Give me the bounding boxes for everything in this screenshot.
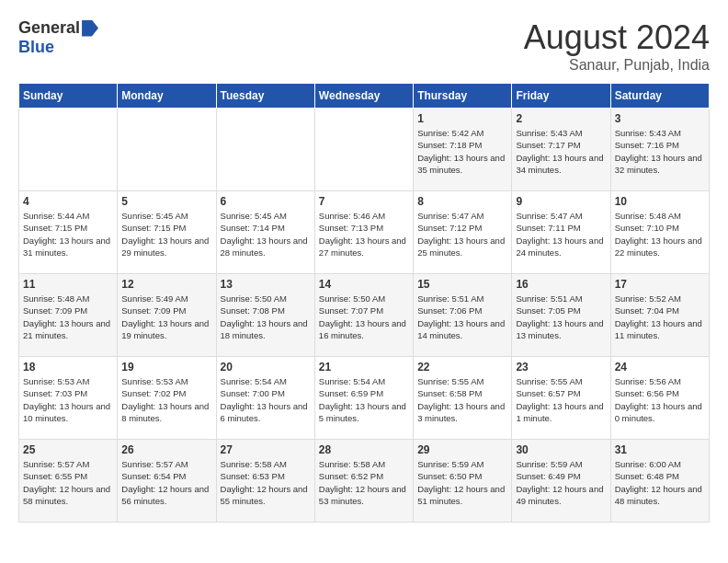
calendar-cell: 1Sunrise: 5:42 AM Sunset: 7:18 PM Daylig… <box>414 109 512 191</box>
day-number: 13 <box>221 278 311 291</box>
calendar-cell: 17Sunrise: 5:52 AM Sunset: 7:04 PM Dayli… <box>610 274 709 357</box>
month-year-title: August 2024 <box>524 18 710 57</box>
day-info: Sunrise: 5:47 AM Sunset: 7:11 PM Dayligh… <box>516 210 606 259</box>
calendar-cell: 8Sunrise: 5:47 AM Sunset: 7:12 PM Daylig… <box>414 191 512 274</box>
location-subtitle: Sanaur, Punjab, India <box>524 57 710 74</box>
calendar-cell: 12Sunrise: 5:49 AM Sunset: 7:09 PM Dayli… <box>118 274 216 357</box>
day-number: 6 <box>221 195 311 208</box>
day-number: 25 <box>23 443 113 456</box>
calendar-week-row: 25Sunrise: 5:57 AM Sunset: 6:55 PM Dayli… <box>19 440 710 523</box>
day-info: Sunrise: 5:50 AM Sunset: 7:07 PM Dayligh… <box>319 293 409 341</box>
day-info: Sunrise: 5:55 AM Sunset: 6:57 PM Dayligh… <box>516 375 606 424</box>
calendar-week-row: 11Sunrise: 5:48 AM Sunset: 7:09 PM Dayli… <box>19 274 710 357</box>
day-info: Sunrise: 5:59 AM Sunset: 6:50 PM Dayligh… <box>417 458 507 507</box>
day-info: Sunrise: 5:44 AM Sunset: 7:15 PM Dayligh… <box>23 210 113 259</box>
day-info: Sunrise: 5:53 AM Sunset: 7:03 PM Dayligh… <box>23 375 113 424</box>
calendar-cell: 30Sunrise: 5:59 AM Sunset: 6:49 PM Dayli… <box>512 440 610 523</box>
day-number: 20 <box>221 361 311 373</box>
day-number: 30 <box>516 443 606 456</box>
calendar-cell: 7Sunrise: 5:46 AM Sunset: 7:13 PM Daylig… <box>314 191 413 274</box>
calendar-cell: 15Sunrise: 5:51 AM Sunset: 7:06 PM Dayli… <box>414 274 512 357</box>
header-row: Sunday Monday Tuesday Wednesday Thursday… <box>19 84 710 109</box>
calendar-cell: 13Sunrise: 5:50 AM Sunset: 7:08 PM Dayli… <box>216 274 314 357</box>
col-friday: Friday <box>512 84 610 109</box>
day-number: 31 <box>615 443 705 456</box>
day-info: Sunrise: 5:54 AM Sunset: 7:00 PM Dayligh… <box>221 375 311 424</box>
logo-blue-text: Blue <box>18 38 54 57</box>
logo: General Blue <box>18 18 98 57</box>
day-number: 17 <box>615 278 705 291</box>
day-info: Sunrise: 5:49 AM Sunset: 7:09 PM Dayligh… <box>121 293 211 341</box>
day-number: 2 <box>516 112 606 125</box>
day-number: 24 <box>615 361 705 373</box>
calendar-cell: 3Sunrise: 5:43 AM Sunset: 7:16 PM Daylig… <box>610 109 709 191</box>
calendar-cell: 2Sunrise: 5:43 AM Sunset: 7:17 PM Daylig… <box>512 109 610 191</box>
day-number: 19 <box>121 361 211 373</box>
title-block: August 2024 Sanaur, Punjab, India <box>524 18 710 74</box>
calendar-cell: 6Sunrise: 5:45 AM Sunset: 7:14 PM Daylig… <box>216 191 314 274</box>
day-number: 28 <box>319 443 409 456</box>
calendar-cell: 16Sunrise: 5:51 AM Sunset: 7:05 PM Dayli… <box>512 274 610 357</box>
day-number: 16 <box>516 278 606 291</box>
calendar-table: Sunday Monday Tuesday Wednesday Thursday… <box>18 83 710 523</box>
day-info: Sunrise: 5:53 AM Sunset: 7:02 PM Dayligh… <box>121 375 211 424</box>
day-number: 21 <box>319 361 409 373</box>
logo-general-text: General <box>18 18 80 38</box>
calendar-cell: 21Sunrise: 5:54 AM Sunset: 6:59 PM Dayli… <box>314 357 413 440</box>
day-number: 8 <box>417 195 507 208</box>
calendar-cell: 31Sunrise: 6:00 AM Sunset: 6:48 PM Dayli… <box>610 440 709 523</box>
day-number: 27 <box>221 443 311 456</box>
calendar-cell <box>118 109 216 191</box>
calendar-cell: 25Sunrise: 5:57 AM Sunset: 6:55 PM Dayli… <box>19 440 118 523</box>
calendar-cell: 28Sunrise: 5:58 AM Sunset: 6:52 PM Dayli… <box>314 440 413 523</box>
day-info: Sunrise: 5:55 AM Sunset: 6:58 PM Dayligh… <box>417 375 507 424</box>
day-number: 1 <box>417 112 507 125</box>
calendar-cell <box>314 109 413 191</box>
day-number: 7 <box>319 195 409 208</box>
col-sunday: Sunday <box>19 84 118 109</box>
col-wednesday: Wednesday <box>314 84 413 109</box>
calendar-cell: 24Sunrise: 5:56 AM Sunset: 6:56 PM Dayli… <box>610 357 709 440</box>
day-info: Sunrise: 6:00 AM Sunset: 6:48 PM Dayligh… <box>615 458 705 507</box>
calendar-cell: 10Sunrise: 5:48 AM Sunset: 7:10 PM Dayli… <box>610 191 709 274</box>
calendar-cell: 23Sunrise: 5:55 AM Sunset: 6:57 PM Dayli… <box>512 357 610 440</box>
day-number: 10 <box>615 195 705 208</box>
logo-icon <box>82 20 98 37</box>
day-number: 29 <box>417 443 507 456</box>
calendar-cell: 26Sunrise: 5:57 AM Sunset: 6:54 PM Dayli… <box>118 440 216 523</box>
day-number: 4 <box>23 195 113 208</box>
calendar-cell: 5Sunrise: 5:45 AM Sunset: 7:15 PM Daylig… <box>118 191 216 274</box>
day-info: Sunrise: 5:51 AM Sunset: 7:06 PM Dayligh… <box>417 293 507 341</box>
page-header: General Blue August 2024 Sanaur, Punjab,… <box>18 18 710 74</box>
calendar-cell: 11Sunrise: 5:48 AM Sunset: 7:09 PM Dayli… <box>19 274 118 357</box>
calendar-cell: 4Sunrise: 5:44 AM Sunset: 7:15 PM Daylig… <box>19 191 118 274</box>
day-info: Sunrise: 5:47 AM Sunset: 7:12 PM Dayligh… <box>417 210 507 259</box>
day-info: Sunrise: 5:45 AM Sunset: 7:14 PM Dayligh… <box>221 210 311 259</box>
day-number: 23 <box>516 361 606 373</box>
calendar-cell: 14Sunrise: 5:50 AM Sunset: 7:07 PM Dayli… <box>314 274 413 357</box>
calendar-cell <box>19 109 118 191</box>
day-info: Sunrise: 5:48 AM Sunset: 7:10 PM Dayligh… <box>615 210 705 259</box>
day-info: Sunrise: 5:51 AM Sunset: 7:05 PM Dayligh… <box>516 293 606 341</box>
day-number: 14 <box>319 278 409 291</box>
calendar-cell <box>216 109 314 191</box>
col-thursday: Thursday <box>414 84 512 109</box>
col-tuesday: Tuesday <box>216 84 314 109</box>
day-info: Sunrise: 5:56 AM Sunset: 6:56 PM Dayligh… <box>615 375 705 424</box>
calendar-header: Sunday Monday Tuesday Wednesday Thursday… <box>19 84 710 109</box>
day-number: 9 <box>516 195 606 208</box>
col-monday: Monday <box>118 84 216 109</box>
day-info: Sunrise: 5:52 AM Sunset: 7:04 PM Dayligh… <box>615 293 705 341</box>
day-number: 3 <box>615 112 705 125</box>
day-number: 26 <box>121 443 211 456</box>
day-info: Sunrise: 5:43 AM Sunset: 7:17 PM Dayligh… <box>516 127 606 176</box>
calendar-cell: 19Sunrise: 5:53 AM Sunset: 7:02 PM Dayli… <box>118 357 216 440</box>
day-number: 15 <box>417 278 507 291</box>
calendar-week-row: 4Sunrise: 5:44 AM Sunset: 7:15 PM Daylig… <box>19 191 710 274</box>
day-info: Sunrise: 5:45 AM Sunset: 7:15 PM Dayligh… <box>121 210 211 259</box>
calendar-week-row: 18Sunrise: 5:53 AM Sunset: 7:03 PM Dayli… <box>19 357 710 440</box>
day-number: 12 <box>121 278 211 291</box>
day-info: Sunrise: 5:42 AM Sunset: 7:18 PM Dayligh… <box>417 127 507 176</box>
day-number: 11 <box>23 278 113 291</box>
day-info: Sunrise: 5:50 AM Sunset: 7:08 PM Dayligh… <box>221 293 311 341</box>
